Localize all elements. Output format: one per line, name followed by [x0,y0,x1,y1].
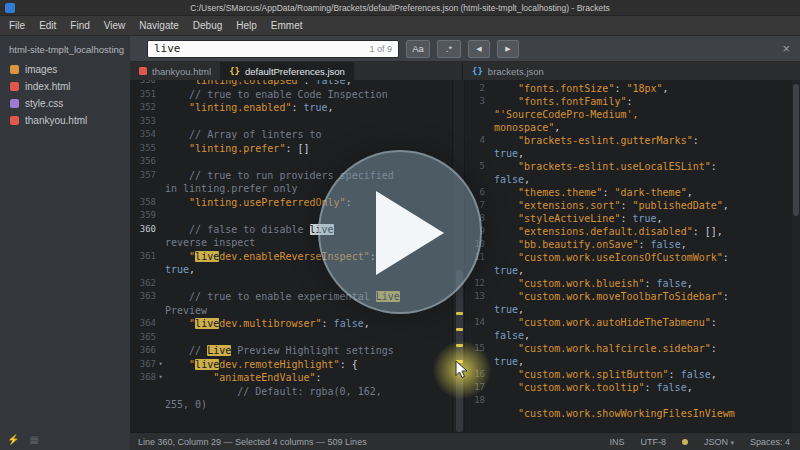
search-tickmark [456,328,463,331]
line-number: 365 [130,331,156,345]
code-text: true, [494,147,792,160]
code-line[interactable]: 8 "styleActiveLine": true, [465,212,792,225]
sidebar-file-style.css[interactable]: style.css [0,95,130,112]
code-line[interactable]: 364 "livedev.multibrowser": false, [130,317,452,331]
menu-item-emmet[interactable]: Emmet [264,16,310,36]
video-play-button[interactable] [318,150,482,314]
fold-gutter [485,121,494,134]
code-line[interactable]: 368▾ "animateEndValue": [130,371,452,385]
tab-thankyou.html[interactable]: thankyou.html [130,62,220,80]
menu-item-file[interactable]: File [2,16,32,36]
code-line[interactable]: true, [465,264,792,277]
regex-button[interactable]: .* [437,40,461,58]
language-selector[interactable]: JSON ▾ [704,437,734,447]
menu-item-edit[interactable]: Edit [32,16,63,36]
code-line[interactable]: 11 "custom.work.useIconsOfCustomWork": [465,251,792,264]
code-text: "fonts.fontFamily": [494,95,792,108]
code-line[interactable]: 10 "bb.beautify.onSave": false, [465,238,792,251]
code-line[interactable]: 5 "brackets-eslint.useLocalESLint": [465,160,792,173]
tab-defaultPreferences.json[interactable]: {}defaultPreferences.json [220,62,354,80]
close-search-icon[interactable]: × [782,42,790,55]
project-name[interactable]: html-site-tmplt_localhosting [0,36,130,61]
json-file-icon: {} [472,66,483,76]
lint-status-icon[interactable] [682,439,688,445]
fold-gutter [485,264,494,277]
code-line[interactable]: 15 "custom.work.halfcircle.sidebar": [465,342,792,355]
find-previous-button[interactable]: ◀ [468,40,490,58]
sidebar-file-index.html[interactable]: index.html [0,78,130,95]
indent-setting[interactable]: Spaces: 4 [750,437,790,447]
fold-gutter [156,398,165,412]
code-line[interactable]: 353 [130,115,452,129]
code-text: "custom.work.moveToolbarToSidebar": [494,290,792,303]
extension-manager-icon[interactable]: ▦ [29,432,38,448]
editor-pane-right[interactable]: 2 "fonts.fontSize": "18px",3 "fonts.font… [465,80,792,432]
menu-item-view[interactable]: View [97,16,133,36]
line-number: 355 [130,142,156,156]
line-number: 353 [130,115,156,129]
code-line[interactable]: true, [465,147,792,160]
code-line[interactable]: 14 "custom.work.autoHideTheTabmenu": [465,316,792,329]
tab-label: brackets.json [488,66,544,77]
encoding-selector[interactable]: UTF-8 [640,437,666,447]
code-line[interactable]: 13 "custom.work.moveToolbarToSidebar": [465,290,792,303]
code-line[interactable]: "'SourceCodePro-Medium', [465,108,792,121]
code-line[interactable]: true, [465,303,792,316]
code-line[interactable]: 9 "extensions.default.disabled": [], [465,225,792,238]
code-line[interactable]: 12 "custom.work.blueish": false, [465,277,792,290]
code-line[interactable]: 350 "linting.collapsed": false, [130,80,452,88]
fold-gutter [156,344,165,358]
code-line[interactable]: 3 "fonts.fontFamily": [465,95,792,108]
menu-item-find[interactable]: Find [63,16,96,36]
line-number [130,236,156,250]
sidebar-file-images[interactable]: images [0,61,130,78]
code-line[interactable]: 16 "custom.work.splitButton": false, [465,368,792,381]
find-next-button[interactable]: ▶ [497,40,519,58]
menu-item-navigate[interactable]: Navigate [132,16,185,36]
code-line[interactable]: 351 // true to enable Code Inspection [130,88,452,102]
code-line[interactable]: true, [465,355,792,368]
code-text: true, [494,303,792,316]
case-sensitive-button[interactable]: Aa [406,40,430,58]
left-pane-tabbar: thankyou.html{}defaultPreferences.json [130,62,462,80]
scrollbar-thumb[interactable] [793,84,799,216]
insert-mode-toggle[interactable]: INS [609,437,624,447]
code-text: "custom.work.showWorkingFilesInViewm [494,407,792,420]
code-line[interactable]: 17 "custom.work.tooltip": false, [465,381,792,394]
code-line[interactable]: false, [465,329,792,342]
tab-brackets.json[interactable]: {}brackets.json [463,62,553,80]
right-pane-scrollbar[interactable] [792,80,800,432]
search-input[interactable] [154,42,369,55]
fold-gutter [156,277,165,291]
code-line[interactable]: 354 // Array of linters to [130,128,452,142]
code-line[interactable]: 367▾ "livedev.remoteHighlight": { [130,358,452,372]
code-line[interactable]: 6 "themes.theme": "dark-theme", [465,186,792,199]
code-text: "brackets-eslint.gutterMarks": [494,134,792,147]
right-pane-tabbar: {}brackets.json [462,62,800,80]
code-text: false, [494,329,792,342]
chevron-down-icon: ▾ [730,439,734,446]
project-file-tree: imagesindex.htmlstyle.cssthankyou.html [0,61,130,129]
live-preview-icon[interactable]: ⚡ [7,432,19,448]
fold-arrow-icon[interactable]: ▾ [156,358,165,372]
code-line[interactable]: 366 // Live Preview Highlight settings [130,344,452,358]
code-line[interactable]: "custom.work.showWorkingFilesInViewm [465,407,792,420]
code-line[interactable]: 2 "fonts.fontSize": "18px", [465,82,792,95]
code-text: "custom.work.blueish": false, [494,277,792,290]
html-file-icon [139,67,147,75]
search-field[interactable]: 1 of 9 [147,40,399,58]
code-line[interactable]: 4 "brackets-eslint.gutterMarks": [465,134,792,147]
menu-item-debug[interactable]: Debug [186,16,229,36]
code-text: "livedev.remoteHighlight": { [165,358,452,372]
sidebar-file-thankyou.html[interactable]: thankyou.html [0,112,130,129]
code-line[interactable]: // Default: rgba(0, 162, [130,385,452,399]
code-line[interactable]: false, [465,173,792,186]
code-line[interactable]: 365 [130,331,452,345]
fold-arrow-icon[interactable]: ▾ [156,371,165,385]
code-line[interactable]: 18 [465,394,792,407]
code-line[interactable]: monospace", [465,121,792,134]
code-line[interactable]: 352 "linting.enabled": true, [130,101,452,115]
code-line[interactable]: 7 "extensions.sort": "publishedDate", [465,199,792,212]
menu-item-help[interactable]: Help [229,16,264,36]
code-line[interactable]: 255, 0) [130,398,452,412]
